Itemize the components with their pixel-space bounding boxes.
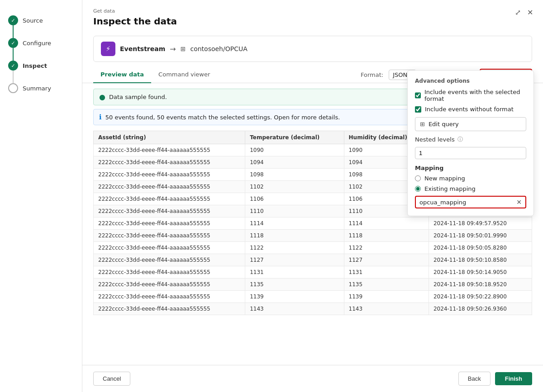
header-actions: ⤢ ✕ [514,7,534,18]
table-row: 2222cccc-33dd-eeee-ff44-aaaaaa5555551143… [94,303,532,315]
include-events-no-format-checkbox[interactable] [415,106,421,113]
nested-levels-input[interactable] [415,147,526,159]
nested-levels-row: Nested levels ⓘ [415,136,526,143]
table-cell: 2222cccc-33dd-eeee-ff44-aaaaaa555555 [94,144,245,156]
nested-levels-label: Nested levels [415,136,455,143]
main-content: ⤢ ✕ Get data Inspect the data ⚡ Eventstr… [82,0,543,392]
table-cell: 1094 [245,156,344,169]
table-cell: 2024-11-18 09:50:22.8900 [429,291,532,303]
sidebar-item-inspect[interactable]: ✓ Inspect [0,54,82,77]
table-cell: 1127 [344,254,429,266]
table-cell: 1114 [344,217,429,230]
mapping-value-box: opcua_mapping ✕ [415,196,526,208]
close-button[interactable]: ✕ [526,7,534,18]
table-cell: 2222cccc-33dd-eeee-ff44-aaaaaa555555 [94,303,245,315]
new-mapping-row: New mapping [415,175,526,182]
close-icon: ✕ [527,9,533,16]
sidebar-item-configure[interactable]: ✓ Configure [0,32,82,54]
step-indicator-summary [8,83,18,93]
table-cell: 2222cccc-33dd-eeee-ff44-aaaaaa555555 [94,205,245,217]
mapping-title: Mapping [415,165,526,171]
table-cell: 1114 [245,217,344,230]
table-cell: 1143 [344,303,429,315]
existing-mapping-row: Existing mapping [415,185,526,192]
clear-mapping-icon[interactable]: ✕ [516,198,522,206]
arrow-icon: → [170,45,176,53]
sidebar-item-source[interactable]: ✓ Source [0,9,82,32]
source-bar: ⚡ Eventstream → ⊞ contosoeh/OPCUA [93,36,532,62]
table-cell: 1131 [344,266,429,279]
table-cell: 2024-11-18 09:50:26.9360 [429,303,532,315]
edit-query-button[interactable]: ⊞ Edit query [415,117,526,131]
table-row: 2222cccc-33dd-eeee-ff44-aaaaaa5555551139… [94,291,532,303]
format-label: Format: [361,71,383,78]
table-row: 2222cccc-33dd-eeee-ff44-aaaaaa5555551114… [94,217,532,230]
table-cell: 2222cccc-33dd-eeee-ff44-aaaaaa555555 [94,169,245,181]
eventstream-icon-glyph: ⚡ [106,45,111,53]
back-button[interactable]: Back [458,372,491,386]
sidebar-item-label-summary: Summary [23,85,51,92]
step-indicator-inspect: ✓ [8,61,18,71]
footer: Cancel Back Finish [82,365,543,392]
footer-right: Back Finish [458,372,532,386]
table-cell: 2222cccc-33dd-eeee-ff44-aaaaaa555555 [94,254,245,266]
step-indicator-configure: ✓ [8,38,18,48]
table-row: 2222cccc-33dd-eeee-ff44-aaaaaa5555551118… [94,230,532,242]
existing-mapping-radio[interactable] [415,186,421,192]
table-cell: 1122 [344,242,429,254]
edit-query-icon: ⊞ [420,121,425,128]
table-cell: 2222cccc-33dd-eeee-ff44-aaaaaa555555 [94,242,245,254]
page-title: Inspect the data [93,16,532,27]
expand-icon: ⤢ [515,9,521,16]
tab-command-viewer[interactable]: Command viewer [151,66,217,83]
table-cell: 2222cccc-33dd-eeee-ff44-aaaaaa555555 [94,291,245,303]
info-icon: ⓘ [457,136,463,143]
table-cell: 2024-11-18 09:50:18.9520 [429,279,532,291]
checkmark-icon-2: ✓ [11,40,15,46]
advanced-panel: Advanced options Include events with the… [407,70,534,216]
success-text: Data sample found. [109,94,167,100]
checkmark-icon: ✓ [11,18,15,24]
format-value: JSON [393,71,407,78]
sidebar-item-summary[interactable]: Summary [0,77,82,99]
step-indicator-source: ✓ [8,15,18,25]
include-events-format-checkbox[interactable] [415,92,421,99]
expand-button[interactable]: ⤢ [514,7,522,18]
table-cell: 1090 [245,144,344,156]
table-cell: 1139 [344,291,429,303]
table-cell: 1102 [245,181,344,193]
table-cell: 2024-11-18 09:50:10.8580 [429,254,532,266]
table-cell: 1135 [344,279,429,291]
table-row: 2222cccc-33dd-eeee-ff44-aaaaaa5555551135… [94,279,532,291]
tabs-left: Preview data Command viewer [93,66,217,83]
tab-preview-data[interactable]: Preview data [93,66,151,83]
table-cell: 2222cccc-33dd-eeee-ff44-aaaaaa555555 [94,156,245,169]
finish-button[interactable]: Finish [495,372,532,385]
col-header-temperature: Temperature (decimal) [245,131,344,144]
col-header-assetid: AssetId (string) [94,131,245,144]
table-cell: 2024-11-18 09:50:01.9990 [429,230,532,242]
success-icon: ● [99,93,105,101]
checkmark-icon-3: ✓ [11,63,15,69]
table-cell: 1131 [245,266,344,279]
advanced-section-title: Advanced options [415,78,526,84]
checkbox-1-label: Include events with the selected format [424,89,526,102]
cancel-button[interactable]: Cancel [93,372,130,386]
table-row: 2222cccc-33dd-eeee-ff44-aaaaaa5555551122… [94,242,532,254]
destination-name: contosoeh/OPCUA [190,45,247,52]
table-cell: 1118 [245,230,344,242]
table-row: 2222cccc-33dd-eeee-ff44-aaaaaa5555551127… [94,254,532,266]
table-cell: 1118 [344,230,429,242]
sidebar-item-label: Source [23,17,43,24]
table-cell: 2024-11-18 09:50:05.8280 [429,242,532,254]
page-header: Get data Inspect the data [82,0,543,31]
table-cell: 2024-11-18 09:49:57.9520 [429,217,532,230]
info-text: 50 events found, 50 events match the sel… [105,114,340,121]
table-row: 2222cccc-33dd-eeee-ff44-aaaaaa5555551131… [94,266,532,279]
new-mapping-radio[interactable] [415,175,421,181]
table-cell: 2024-11-18 09:50:14.9050 [429,266,532,279]
checkbox-2-label: Include events without format [425,106,514,113]
new-mapping-label: New mapping [424,175,465,182]
edit-query-label: Edit query [429,121,459,128]
table-cell: 1135 [245,279,344,291]
